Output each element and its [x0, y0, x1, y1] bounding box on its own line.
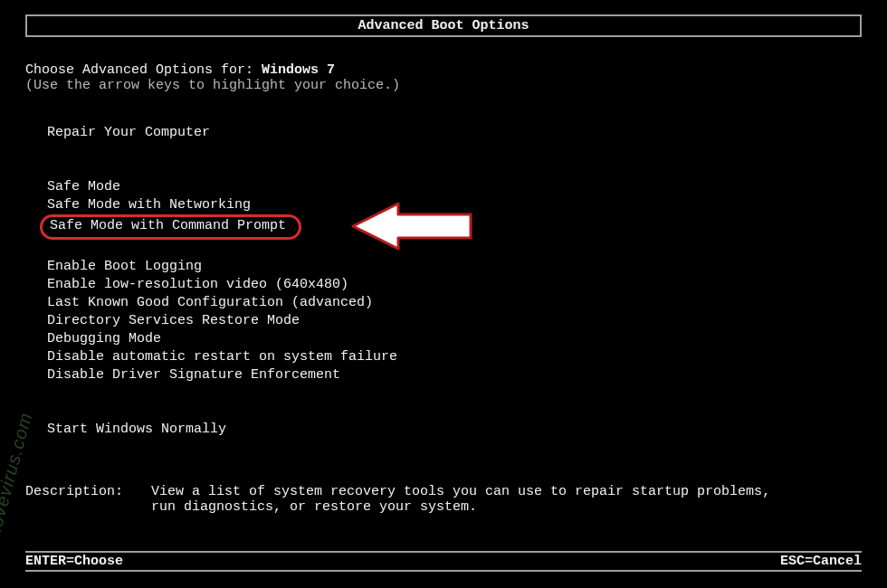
spacer — [47, 240, 862, 258]
description-block: Description: View a list of system recov… — [0, 439, 887, 515]
intro-line: Choose Advanced Options for: Windows 7 — [25, 62, 862, 78]
menu-item-safe-mode-cmd[interactable]: Safe Mode with Command Prompt — [40, 214, 301, 240]
title-bar: Advanced Boot Options — [25, 14, 862, 37]
footer-enter: ENTER=Choose — [25, 554, 123, 569]
menu-item-lkgc[interactable]: Last Known Good Configuration (advanced) — [47, 294, 862, 312]
menu-item-start-normal[interactable]: Start Windows Normally — [47, 421, 862, 439]
content-area: Choose Advanced Options for: Windows 7 (… — [0, 37, 887, 439]
menu-item-low-res[interactable]: Enable low-resolution video (640x480) — [47, 276, 862, 294]
hint-line: (Use the arrow keys to highlight your ch… — [25, 78, 862, 93]
footer-esc: ESC=Cancel — [780, 554, 862, 569]
spacer — [47, 384, 862, 403]
page-title: Advanced Boot Options — [358, 18, 529, 33]
spacer — [47, 160, 862, 178]
intro-prefix: Choose Advanced Options for: — [25, 62, 262, 78]
menu-item-boot-logging[interactable]: Enable Boot Logging — [47, 258, 862, 276]
description-label: Description: — [25, 484, 143, 499]
menu-item-dsrm[interactable]: Directory Services Restore Mode — [47, 312, 862, 330]
menu-item-no-driver-sig[interactable]: Disable Driver Signature Enforcement — [47, 366, 862, 384]
menu-item-safe-mode-networking[interactable]: Safe Mode with Networking — [47, 196, 862, 214]
menu-item-no-auto-restart[interactable]: Disable automatic restart on system fail… — [47, 348, 862, 366]
spacer — [47, 142, 862, 160]
spacer — [47, 403, 862, 421]
os-name: Windows 7 — [262, 62, 335, 78]
boot-menu[interactable]: Repair Your Computer Safe Mode Safe Mode… — [25, 124, 862, 439]
menu-item-safe-mode[interactable]: Safe Mode — [47, 178, 862, 196]
menu-item-repair[interactable]: Repair Your Computer — [47, 124, 862, 142]
footer-bar: ENTER=Choose ESC=Cancel — [25, 551, 862, 572]
menu-item-debug[interactable]: Debugging Mode — [47, 330, 862, 348]
description-text: View a list of system recovery tools you… — [151, 484, 785, 515]
menu-item-safe-mode-cmd-wrapper[interactable]: Safe Mode with Command Prompt — [47, 214, 862, 240]
